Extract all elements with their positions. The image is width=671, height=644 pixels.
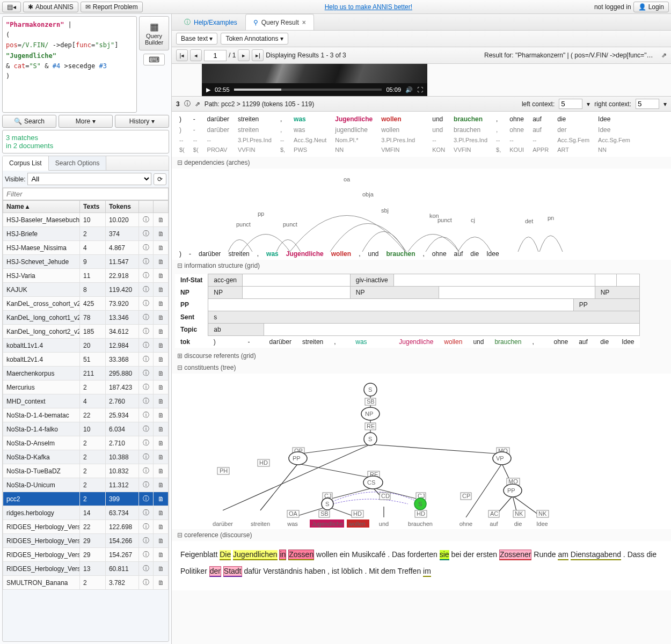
document-icon[interactable]: 🗎 xyxy=(154,283,169,297)
info-icon[interactable]: ⓘ xyxy=(138,394,154,408)
info-icon[interactable]: ⓘ xyxy=(138,436,154,450)
corpus-row[interactable]: Mercurius2187.423ⓘ🗎 xyxy=(3,380,169,394)
document-icon[interactable]: 🗎 xyxy=(154,353,169,367)
history-button[interactable]: History▾ xyxy=(115,115,169,128)
corpus-row[interactable]: RIDGES_Herbology_Version4.022122.698ⓘ🗎 xyxy=(3,520,169,534)
caret-down-icon[interactable]: ▾ xyxy=(663,100,667,108)
pager-first[interactable]: |◂ xyxy=(176,49,188,61)
document-icon[interactable]: 🗎 xyxy=(154,548,169,562)
info-icon[interactable]: ⓘ xyxy=(138,325,154,339)
col-texts[interactable]: Texts xyxy=(80,201,106,213)
right-context-input[interactable] xyxy=(636,99,659,109)
corpus-row[interactable]: HSJ-Maese_Nissima44.867ⓘ🗎 xyxy=(3,241,169,255)
corpus-row[interactable]: HSJ-Briefe2374ⓘ🗎 xyxy=(3,227,169,241)
document-icon[interactable]: 🗎 xyxy=(154,227,169,241)
info-icon[interactable]: ⓘ xyxy=(138,478,154,492)
info-icon[interactable]: ⓘ xyxy=(138,562,154,576)
virtual-keyboard-button[interactable]: ⌨ xyxy=(143,54,165,65)
info-icon[interactable]: ⓘ xyxy=(138,353,154,367)
tab-query-result[interactable]: ⚲Query Result× xyxy=(245,14,314,30)
info-icon[interactable]: ⓘ xyxy=(138,380,154,394)
document-icon[interactable]: 🗎 xyxy=(154,534,169,548)
document-icon[interactable]: 🗎 xyxy=(154,464,169,478)
document-icon[interactable]: 🗎 xyxy=(154,492,169,506)
play-icon[interactable]: ▶ xyxy=(206,86,210,93)
section-discourse-referents[interactable]: discourse referents (grid) xyxy=(172,350,671,362)
info-icon[interactable]: ⓘ xyxy=(138,422,154,436)
document-icon[interactable]: 🗎 xyxy=(154,311,169,325)
info-icon[interactable]: ⓘ xyxy=(138,506,154,520)
document-icon[interactable]: 🗎 xyxy=(154,450,169,464)
document-icon[interactable]: 🗎 xyxy=(154,506,169,520)
document-icon[interactable]: 🗎 xyxy=(154,380,169,394)
visible-select[interactable]: All xyxy=(27,173,151,185)
info-icon[interactable]: ⓘ xyxy=(138,367,154,380)
volume-icon[interactable]: 🔊 xyxy=(405,86,413,93)
about-button[interactable]: ✱About ANNIS xyxy=(23,2,78,12)
document-icon[interactable]: 🗎 xyxy=(154,436,169,450)
corpus-row[interactable]: NoSta-D-Kafka210.388ⓘ🗎 xyxy=(3,450,169,464)
corpus-row[interactable]: KanDeL_long_cohort1_v2015.05.187813.346ⓘ… xyxy=(3,311,169,325)
document-icon[interactable]: 🗎 xyxy=(154,576,169,590)
info-icon[interactable]: ⓘ xyxy=(138,241,154,255)
info-icon[interactable]: ⓘ xyxy=(138,408,154,422)
fullscreen-icon[interactable]: ⛶ xyxy=(417,86,423,93)
more-button[interactable]: More▾ xyxy=(59,115,113,128)
info-icon[interactable]: ⓘ xyxy=(138,213,154,227)
document-icon[interactable]: 🗎 xyxy=(154,325,169,339)
corpus-row[interactable]: NoSta-D-1.4-falko106.034ⓘ🗎 xyxy=(3,422,169,436)
info-icon[interactable]: ⓘ xyxy=(138,269,154,283)
token-anno-dropdown[interactable]: Token Annotations ▾ xyxy=(221,33,288,45)
info-icon[interactable]: ⓘ xyxy=(138,255,154,269)
help-link[interactable]: Help us to make ANNIS better! xyxy=(325,3,412,11)
corpus-row[interactable]: kobaltL1v1.42012.984ⓘ🗎 xyxy=(3,339,169,353)
corpus-row[interactable]: RIDGES_Herbology_Version6.01360.811ⓘ🗎 xyxy=(3,562,169,576)
corpus-row[interactable]: HSJ-Varia1122.918ⓘ🗎 xyxy=(3,269,169,283)
info-icon[interactable]: ⓘ xyxy=(138,534,154,548)
info-icon[interactable]: ⓘ xyxy=(184,99,191,108)
caret-down-icon[interactable]: ▾ xyxy=(587,100,590,108)
pager-prev[interactable]: ◂ xyxy=(190,49,202,61)
base-text-dropdown[interactable]: Base text ▾ xyxy=(176,33,217,45)
document-icon[interactable]: 🗎 xyxy=(154,339,169,353)
document-icon[interactable]: 🗎 xyxy=(154,255,169,269)
section-constituents[interactable]: constituents (tree) xyxy=(172,362,671,374)
refresh-button[interactable]: ⟳ xyxy=(154,173,166,185)
document-icon[interactable]: 🗎 xyxy=(154,394,169,408)
document-icon[interactable]: 🗎 xyxy=(154,422,169,436)
document-icon[interactable]: 🗎 xyxy=(154,213,169,227)
query-builder-button[interactable]: ▦ Query Builder xyxy=(139,16,169,50)
col-name[interactable]: Name ▴ xyxy=(3,201,80,213)
corpus-row[interactable]: KanDeL_cross_cohort_v2015.01.1542573.920… xyxy=(3,297,169,311)
info-icon[interactable]: ⓘ xyxy=(138,339,154,353)
document-icon[interactable]: 🗎 xyxy=(154,269,169,283)
pager-next[interactable]: ▸ xyxy=(238,49,250,61)
document-icon[interactable]: 🗎 xyxy=(154,367,169,380)
corpus-row[interactable]: NoSta-D-1.4-bematac2225.934ⓘ🗎 xyxy=(3,408,169,422)
filter-input[interactable] xyxy=(3,188,169,200)
corpus-row[interactable]: NoSta-D-TueBaDZ210.832ⓘ🗎 xyxy=(3,464,169,478)
info-icon[interactable]: ⓘ xyxy=(138,464,154,478)
corpus-row[interactable]: KanDeL_long_cohort2_v2015.06.0218534.612… xyxy=(3,325,169,339)
tab-help[interactable]: ⓘHelp/Examples xyxy=(176,14,245,30)
corpus-row[interactable]: NoSta-D-Unicum211.312ⓘ🗎 xyxy=(3,478,169,492)
info-icon[interactable]: ⓘ xyxy=(138,297,154,311)
corpus-row[interactable]: Maerchenkorpus211295.880ⓘ🗎 xyxy=(3,367,169,380)
section-infostructure[interactable]: information structure (grid) xyxy=(172,260,671,272)
share-result-icon[interactable]: ⇗ xyxy=(661,52,667,59)
video-progress[interactable] xyxy=(234,89,382,91)
corpus-row[interactable]: RIDGES_Herbology_Version5.029154.267ⓘ🗎 xyxy=(3,548,169,562)
search-button[interactable]: 🔍Search xyxy=(2,115,56,128)
info-icon[interactable]: ⓘ xyxy=(138,450,154,464)
document-icon[interactable]: 🗎 xyxy=(154,562,169,576)
document-icon[interactable]: 🗎 xyxy=(154,520,169,534)
document-icon[interactable]: 🗎 xyxy=(154,241,169,255)
share-icon[interactable]: ⇗ xyxy=(195,100,200,108)
pager-page-input[interactable] xyxy=(204,50,227,61)
corpus-row[interactable]: KAJUK8119.420ⓘ🗎 xyxy=(3,283,169,297)
sidebar-toggle[interactable]: ▤◂ xyxy=(2,2,21,12)
corpus-row[interactable]: ridges.herbology1463.734ⓘ🗎 xyxy=(3,506,169,520)
info-icon[interactable]: ⓘ xyxy=(138,520,154,534)
login-button[interactable]: 👤Login xyxy=(633,2,669,12)
corpus-row[interactable]: RIDGES_Herbology_Version4.129154.266ⓘ🗎 xyxy=(3,534,169,548)
